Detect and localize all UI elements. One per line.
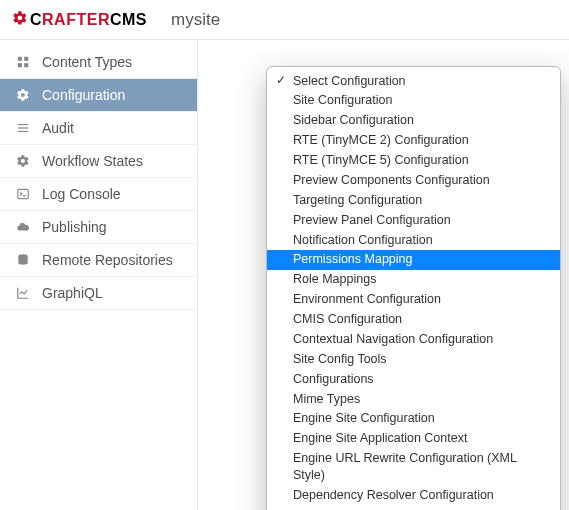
- svg-rect-5: [18, 127, 29, 128]
- sidebar-item-label: Audit: [42, 120, 74, 136]
- header: CRAFTERCMS mysite: [0, 0, 569, 40]
- gear-icon: [12, 10, 28, 29]
- dropdown-item[interactable]: RTE (TinyMCE 5) Configuration: [267, 151, 560, 171]
- logo-text-2: CMS: [110, 11, 147, 29]
- sidebar-item-content-types[interactable]: Content Types: [0, 46, 197, 79]
- sidebar-item-label: Publishing: [42, 219, 107, 235]
- dropdown-item[interactable]: Dependency Resolver Configuration: [267, 485, 560, 505]
- dropdown-item[interactable]: Role Mappings: [267, 270, 560, 290]
- dropdown-item[interactable]: Permissions Mapping: [267, 250, 560, 270]
- sidebar-item-label: Content Types: [42, 54, 132, 70]
- svg-rect-0: [18, 57, 22, 61]
- svg-rect-4: [18, 124, 29, 125]
- dropdown-item[interactable]: Environment Configuration: [267, 290, 560, 310]
- sidebar-item-audit[interactable]: Audit: [0, 112, 197, 145]
- sidebar-item-label: Remote Repositories: [42, 252, 173, 268]
- configuration-dropdown[interactable]: Select ConfigurationSite ConfigurationSi…: [266, 66, 561, 510]
- grid-icon: [14, 55, 32, 69]
- terminal-icon: [14, 187, 32, 201]
- dropdown-item[interactable]: RTE (TinyMCE 2) Configuration: [267, 131, 560, 151]
- dropdown-item[interactable]: Configurations: [267, 369, 560, 389]
- logo-text-1: C: [30, 11, 42, 29]
- dropdown-item[interactable]: Preview Components Configuration: [267, 170, 560, 190]
- dropdown-item[interactable]: Preview Panel Configuration: [267, 210, 560, 230]
- database-icon: [14, 253, 32, 267]
- dropdown-item[interactable]: Contextual Navigation Configuration: [267, 329, 560, 349]
- dropdown-item[interactable]: Site Config Tools: [267, 349, 560, 369]
- sidebar-item-label: GraphiQL: [42, 285, 103, 301]
- sidebar-item-publishing[interactable]: Publishing: [0, 211, 197, 244]
- dropdown-item[interactable]: Site Configuration: [267, 91, 560, 111]
- svg-rect-2: [18, 63, 22, 67]
- dropdown-item[interactable]: CMIS Configuration: [267, 310, 560, 330]
- svg-rect-6: [18, 131, 29, 132]
- gear-icon: [14, 154, 32, 168]
- dropdown-item[interactable]: AWS Profiles: [267, 505, 560, 510]
- site-name[interactable]: mysite: [171, 10, 220, 30]
- sidebar-item-graphiql[interactable]: GraphiQL: [0, 277, 197, 310]
- list-icon: [14, 121, 32, 135]
- dropdown-item[interactable]: Engine Site Configuration: [267, 409, 560, 429]
- sidebar-item-remote-repositories[interactable]: Remote Repositories: [0, 244, 197, 277]
- sidebar-item-label: Configuration: [42, 87, 125, 103]
- dropdown-item[interactable]: Engine URL Rewrite Configuration (XML St…: [267, 449, 560, 486]
- main-content: Select ConfigurationSite ConfigurationSi…: [198, 40, 569, 510]
- svg-rect-1: [24, 57, 28, 61]
- svg-rect-3: [24, 63, 28, 67]
- gear-icon: [14, 88, 32, 102]
- chart-icon: [14, 286, 32, 300]
- logo[interactable]: CRAFTERCMS: [12, 10, 147, 29]
- sidebar-item-configuration[interactable]: Configuration: [0, 79, 197, 112]
- dropdown-item[interactable]: Select Configuration: [267, 71, 560, 91]
- sidebar-item-workflow-states[interactable]: Workflow States: [0, 145, 197, 178]
- svg-rect-7: [18, 189, 29, 198]
- sidebar-item-log-console[interactable]: Log Console: [0, 178, 197, 211]
- dropdown-item[interactable]: Sidebar Configuration: [267, 111, 560, 131]
- cloud-icon: [14, 220, 32, 234]
- dropdown-item[interactable]: Engine Site Application Context: [267, 429, 560, 449]
- sidebar: Content TypesConfigurationAuditWorkflow …: [0, 40, 198, 510]
- logo-text-red: RAFTER: [42, 11, 110, 29]
- sidebar-item-label: Workflow States: [42, 153, 143, 169]
- sidebar-item-label: Log Console: [42, 186, 121, 202]
- dropdown-item[interactable]: Notification Configuration: [267, 230, 560, 250]
- dropdown-item[interactable]: Targeting Configuration: [267, 190, 560, 210]
- dropdown-item[interactable]: Mime Types: [267, 389, 560, 409]
